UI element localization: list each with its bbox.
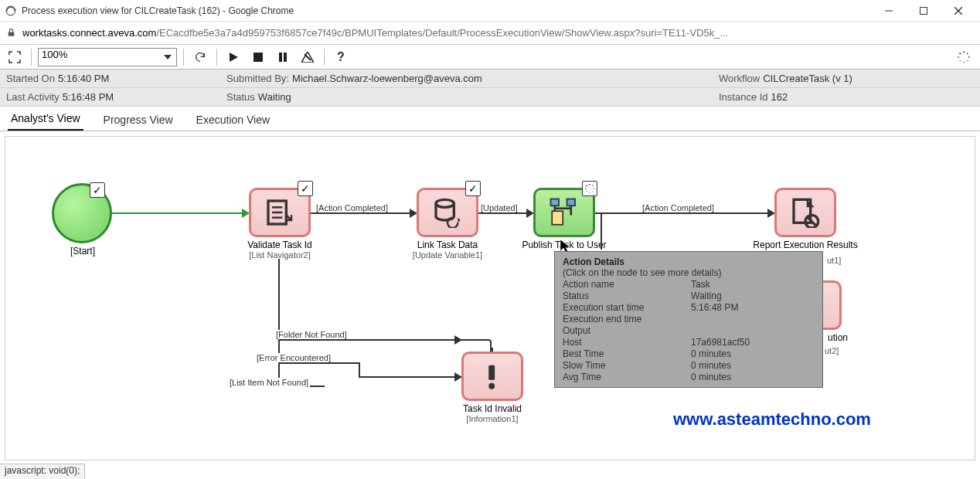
- task-icon: [548, 196, 580, 229]
- node-link-label: Link Task Data [Update Variable1]: [386, 240, 509, 260]
- svg-marker-6: [230, 53, 238, 62]
- svg-point-17: [959, 60, 961, 62]
- check-icon: ✓: [90, 182, 105, 198]
- warning-icon: [478, 362, 507, 391]
- svg-rect-2: [920, 7, 927, 14]
- view-tabs: Analyst's View Progress View Execution V…: [0, 107, 980, 131]
- node-partial-hidden[interactable]: [823, 280, 842, 330]
- url-text: worktasks.connect.aveva.com/ECacdfbe5e3a…: [22, 27, 974, 39]
- node-partial-label: ution: [818, 332, 857, 343]
- svg-rect-34: [551, 199, 560, 206]
- tooltip-subtitle: (Click on the node to see more details): [563, 267, 815, 278]
- svg-point-26: [592, 185, 594, 187]
- list-icon: [264, 197, 295, 228]
- edge-label: [Folder Not Found]: [274, 330, 349, 339]
- node-start-label: [Start]: [21, 246, 145, 256]
- edge-label: [List Item Not Found]: [228, 378, 310, 387]
- svg-point-27: [594, 188, 594, 189]
- node-publish-task-to-user[interactable]: [533, 188, 595, 237]
- loading-spinner-icon: [957, 50, 971, 64]
- workflow-canvas[interactable]: ✓ [Start] ✓ Validate Task Id [List Navig…: [5, 136, 975, 460]
- edge-label: [Updated]: [479, 203, 519, 212]
- svg-rect-35: [567, 199, 576, 206]
- window-titlebar: Process execution view for CILCreateTask…: [0, 0, 980, 22]
- svg-point-12: [963, 51, 965, 53]
- edge-label: [Action Completed]: [641, 203, 716, 212]
- help-button[interactable]: ?: [331, 47, 351, 67]
- svg-rect-8: [279, 53, 282, 62]
- window-title: Process execution view for CILCreateTask…: [22, 5, 871, 16]
- node-validate-label: Validate Task Id [List Navigator2]: [218, 240, 342, 260]
- svg-rect-9: [284, 53, 287, 62]
- edge-start-validate: [112, 212, 243, 214]
- fullscreen-button[interactable]: [5, 47, 25, 67]
- edge-publish-report: [595, 212, 769, 214]
- spinner-icon: [582, 181, 597, 196]
- node-report-label: Report Execution Results: [744, 240, 867, 250]
- info-row-1: Started On5:16:40 PM Submitted By:Michae…: [0, 70, 980, 88]
- svg-rect-43: [488, 365, 495, 380]
- abort-button[interactable]: [298, 47, 318, 67]
- edge-link-publish: [478, 212, 528, 214]
- node-invalid-label: Task Id Invalid [Information1]: [430, 403, 554, 423]
- process-toolbar: 100% ?: [0, 45, 980, 70]
- svg-rect-33: [552, 211, 563, 225]
- node-start[interactable]: ✓: [52, 183, 112, 243]
- window-close-button[interactable]: [941, 0, 975, 22]
- svg-point-28: [592, 191, 593, 192]
- node-report-sublabel-partial: ut1]: [827, 256, 841, 265]
- watermark-link[interactable]: www.asteamtechno.com: [673, 409, 871, 430]
- svg-point-18: [958, 56, 959, 58]
- svg-point-31: [585, 188, 586, 189]
- node-task-id-invalid[interactable]: [461, 352, 523, 401]
- report-icon: [790, 197, 821, 228]
- stop-button[interactable]: [248, 47, 268, 67]
- node-validate-task-id[interactable]: ✓: [249, 188, 311, 237]
- svg-point-44: [488, 383, 495, 389]
- edge-publish-down: [601, 212, 602, 250]
- edge-label: [Action Completed]: [315, 203, 390, 212]
- zoom-value: 100%: [42, 49, 67, 60]
- tab-execution-view[interactable]: Execution View: [193, 109, 273, 131]
- lock-icon: [6, 28, 16, 38]
- svg-point-32: [586, 185, 587, 186]
- pause-button[interactable]: [273, 47, 293, 67]
- node-partial-sublabel: ut2]: [825, 346, 839, 355]
- check-icon: ✓: [298, 181, 313, 196]
- svg-point-13: [967, 53, 968, 54]
- edge-error-encountered: [278, 362, 359, 364]
- svg-point-30: [587, 191, 587, 192]
- svg-point-15: [967, 60, 968, 62]
- svg-point-25: [589, 184, 590, 185]
- database-icon: [432, 197, 463, 228]
- zoom-select[interactable]: 100%: [38, 48, 177, 66]
- node-link-task-data[interactable]: ✓: [417, 188, 478, 237]
- node-report-execution-results[interactable]: [774, 188, 836, 237]
- svg-point-19: [959, 53, 961, 54]
- svg-point-24: [436, 199, 454, 207]
- svg-point-16: [963, 62, 965, 63]
- tooltip-title: Action Details: [563, 256, 815, 267]
- check-icon: ✓: [465, 181, 481, 196]
- info-row-2: Last Activity5:16:48 PM StatusWaiting In…: [0, 88, 980, 107]
- refresh-button[interactable]: [190, 47, 210, 67]
- tab-analyst-view[interactable]: Analyst's View: [8, 107, 83, 131]
- edge-folder-not-found: [278, 339, 456, 341]
- window-minimize-button[interactable]: [871, 0, 906, 22]
- address-bar[interactable]: worktasks.connect.aveva.com/ECacdfbe5e3a…: [0, 22, 980, 45]
- tab-progress-view[interactable]: Progress View: [100, 109, 176, 131]
- edge-validate-link: [311, 212, 411, 214]
- svg-point-29: [589, 192, 590, 193]
- play-button[interactable]: [223, 47, 243, 67]
- action-details-tooltip: Action Details (Click on the node to see…: [554, 251, 823, 388]
- svg-rect-5: [9, 32, 15, 36]
- window-maximize-button[interactable]: [906, 0, 941, 22]
- svg-rect-7: [254, 53, 263, 62]
- svg-point-14: [968, 56, 970, 58]
- edge-validate-down: [278, 259, 280, 386]
- edge-label: [Error Encountered]: [255, 353, 332, 362]
- svg-line-42: [808, 218, 815, 226]
- browser-status-bar: javascript: void(0);: [0, 464, 85, 479]
- chrome-favicon: [5, 5, 17, 17]
